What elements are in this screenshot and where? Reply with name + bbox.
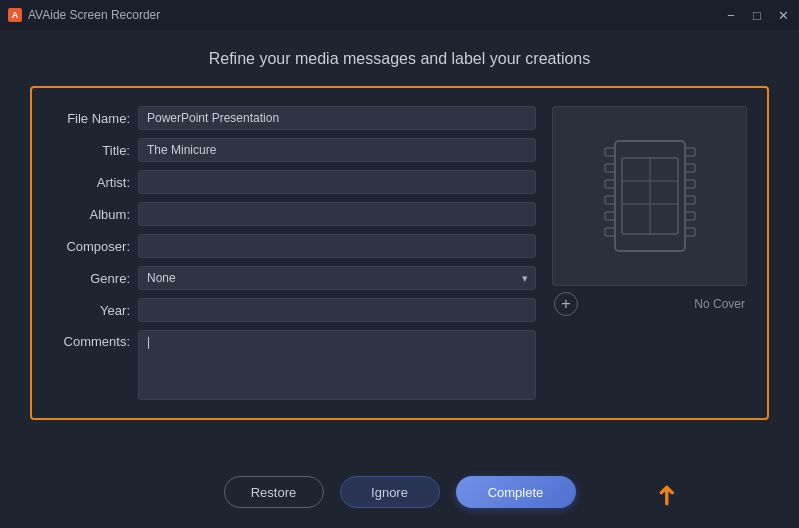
year-label: Year:	[52, 303, 130, 318]
album-label: Album:	[52, 207, 130, 222]
svg-rect-12	[685, 228, 695, 236]
svg-rect-11	[685, 212, 695, 220]
svg-rect-9	[685, 180, 695, 188]
form-fields: File Name: Title: Artist: Album: Compose…	[52, 106, 536, 400]
svg-rect-3	[605, 180, 615, 188]
bottom-bar: Restore Ignore Complete	[0, 476, 799, 508]
title-bar-left: A AVAide Screen Recorder	[8, 8, 160, 22]
artist-label: Artist:	[52, 175, 130, 190]
genre-row: Genre: None Rock Pop Jazz Classical Elec…	[52, 266, 536, 290]
composer-row: Composer:	[52, 234, 536, 258]
svg-rect-8	[685, 164, 695, 172]
genre-select[interactable]: None Rock Pop Jazz Classical Electronic	[138, 266, 536, 290]
svg-rect-7	[685, 148, 695, 156]
composer-input[interactable]	[138, 234, 536, 258]
artist-row: Artist:	[52, 170, 536, 194]
filename-row: File Name:	[52, 106, 536, 130]
svg-rect-2	[605, 164, 615, 172]
album-input[interactable]	[138, 202, 536, 226]
complete-button[interactable]: Complete	[456, 476, 576, 508]
artist-input[interactable]	[138, 170, 536, 194]
svg-rect-4	[605, 196, 615, 204]
year-input[interactable]	[138, 298, 536, 322]
filename-input[interactable]	[138, 106, 536, 130]
minimize-button[interactable]: −	[723, 7, 739, 23]
filename-label: File Name:	[52, 111, 130, 126]
genre-label: Genre:	[52, 271, 130, 286]
no-cover-label: No Cover	[694, 297, 745, 311]
app-icon: A	[8, 8, 22, 22]
title-bar: A AVAide Screen Recorder − □ ✕	[0, 0, 799, 30]
add-cover-button[interactable]: +	[554, 292, 578, 316]
title-input[interactable]	[138, 138, 536, 162]
form-card: File Name: Title: Artist: Album: Compose…	[30, 86, 769, 420]
genre-wrapper: None Rock Pop Jazz Classical Electronic …	[138, 266, 536, 290]
cover-preview	[552, 106, 747, 286]
main-content: Refine your media messages and label you…	[0, 30, 799, 440]
album-row: Album:	[52, 202, 536, 226]
app-title: AVAide Screen Recorder	[28, 8, 160, 22]
comments-label: Comments:	[52, 330, 130, 349]
composer-label: Composer:	[52, 239, 130, 254]
comments-textarea[interactable]: |	[138, 330, 536, 400]
film-frame-icon	[600, 136, 700, 256]
title-bar-controls: − □ ✕	[723, 7, 791, 23]
cover-area: + No Cover	[552, 106, 747, 400]
cover-bottom: + No Cover	[552, 292, 747, 316]
title-row: Title:	[52, 138, 536, 162]
ignore-button[interactable]: Ignore	[340, 476, 440, 508]
year-row: Year:	[52, 298, 536, 322]
title-label: Title:	[52, 143, 130, 158]
comments-row: Comments: |	[52, 330, 536, 400]
svg-rect-6	[605, 228, 615, 236]
maximize-button[interactable]: □	[749, 7, 765, 23]
svg-rect-10	[685, 196, 695, 204]
svg-rect-5	[605, 212, 615, 220]
close-button[interactable]: ✕	[775, 7, 791, 23]
svg-rect-1	[605, 148, 615, 156]
restore-button[interactable]: Restore	[224, 476, 324, 508]
page-title: Refine your media messages and label you…	[30, 50, 769, 68]
